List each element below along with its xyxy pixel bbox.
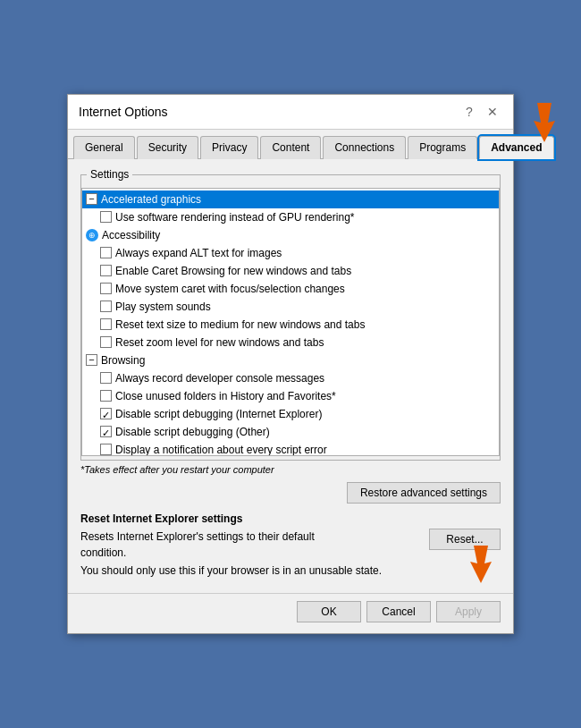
- checkbox-alt-text[interactable]: [100, 247, 112, 258]
- dialog-title: Internet Options: [79, 105, 168, 119]
- list-item[interactable]: Reset zoom level for new windows and tab…: [82, 334, 499, 351]
- reset-desc-2: condition.: [80, 545, 422, 561]
- restart-note: *Takes effect after you restart your com…: [80, 464, 501, 475]
- reset-section-text: Resets Internet Explorer's settings to t…: [80, 529, 422, 561]
- restore-advanced-button[interactable]: Restore advanced settings: [347, 482, 501, 504]
- checkbox-disable-script-other[interactable]: [100, 426, 112, 437]
- list-item[interactable]: Play system sounds: [82, 298, 499, 316]
- dialog-footer: OK Cancel Apply: [68, 593, 513, 633]
- checkbox-display-notification[interactable]: [100, 444, 112, 455]
- reset-note: You should only use this if your browser…: [80, 564, 501, 577]
- list-item[interactable]: Enable Caret Browsing for new windows an…: [82, 262, 499, 280]
- help-button[interactable]: ?: [459, 102, 479, 122]
- list-item[interactable]: ⊕ Accessibility: [82, 226, 499, 244]
- list-item[interactable]: Reset text size to medium for new window…: [82, 316, 499, 334]
- list-item[interactable]: Disable script debugging (Other): [82, 423, 499, 441]
- list-item[interactable]: Move system caret with focus/selection c…: [82, 280, 499, 298]
- minus-icon: −: [86, 193, 97, 205]
- reset-desc-1: Resets Internet Explorer's settings to t…: [80, 529, 422, 545]
- svg-marker-0: [534, 103, 555, 142]
- dialog-body: Settings − Accelerated graphics Use soft…: [68, 159, 513, 593]
- list-item[interactable]: Display a notification about every scrip…: [82, 441, 499, 456]
- checkbox-close-folders[interactable]: [100, 390, 112, 402]
- close-button[interactable]: ✕: [483, 102, 502, 122]
- settings-legend: Settings: [87, 168, 132, 181]
- reset-button[interactable]: Reset...: [429, 529, 501, 550]
- restore-btn-row: Restore advanced settings: [80, 482, 501, 504]
- list-item[interactable]: Always record developer console messages: [82, 369, 499, 387]
- tab-connections[interactable]: Connections: [323, 136, 406, 159]
- cancel-button[interactable]: Cancel: [366, 601, 431, 622]
- list-item[interactable]: Disable script debugging (Internet Explo…: [82, 405, 499, 423]
- tab-general[interactable]: General: [73, 136, 135, 159]
- settings-fieldset: Settings − Accelerated graphics Use soft…: [80, 168, 501, 461]
- list-item[interactable]: Close unused folders in History and Favo…: [82, 387, 499, 405]
- arrow-indicator-advanced: [526, 103, 562, 146]
- tab-advanced[interactable]: Advanced: [479, 136, 553, 159]
- reset-section-body: Resets Internet Explorer's settings to t…: [80, 529, 501, 561]
- ok-button[interactable]: OK: [297, 601, 361, 622]
- checkbox-caret-browsing[interactable]: [100, 265, 112, 276]
- list-item[interactable]: − Browsing: [82, 351, 499, 369]
- tab-security[interactable]: Security: [137, 136, 198, 159]
- tab-content[interactable]: Content: [260, 136, 321, 159]
- title-bar: Internet Options ? ✕: [68, 95, 513, 130]
- checkbox-reset-text-size[interactable]: [100, 318, 112, 330]
- reset-section-title: Reset Internet Explorer settings: [80, 512, 501, 525]
- checkbox-play-sounds[interactable]: [100, 301, 112, 312]
- title-bar-left: Internet Options: [79, 105, 168, 119]
- checkbox-reset-zoom[interactable]: [100, 336, 112, 348]
- reset-arrow-wrap: Reset...: [429, 529, 501, 550]
- checkbox-system-caret[interactable]: [100, 283, 112, 294]
- list-inner: − Accelerated graphics Use software rend…: [82, 189, 499, 456]
- title-bar-right: ? ✕: [459, 102, 502, 122]
- internet-options-dialog: Internet Options ? ✕ General Security Pr…: [67, 94, 514, 634]
- tabs-row: General Security Privacy Content Connect…: [68, 130, 513, 159]
- tab-programs[interactable]: Programs: [408, 136, 477, 159]
- list-item[interactable]: Always expand ALT text for images: [82, 244, 499, 262]
- globe-icon: ⊕: [86, 229, 98, 241]
- checkbox-software-rendering[interactable]: [100, 211, 112, 223]
- apply-button[interactable]: Apply: [436, 601, 501, 622]
- tab-privacy[interactable]: Privacy: [200, 136, 258, 159]
- minus-icon: −: [86, 354, 97, 366]
- settings-list[interactable]: − Accelerated graphics Use software rend…: [81, 188, 500, 456]
- reset-section: Reset Internet Explorer settings Resets …: [80, 512, 501, 577]
- list-item[interactable]: − Accelerated graphics: [82, 190, 499, 208]
- checkbox-disable-script-ie[interactable]: [100, 408, 112, 419]
- list-item[interactable]: Use software rendering instead of GPU re…: [82, 208, 499, 226]
- checkbox-record-console[interactable]: [100, 372, 112, 384]
